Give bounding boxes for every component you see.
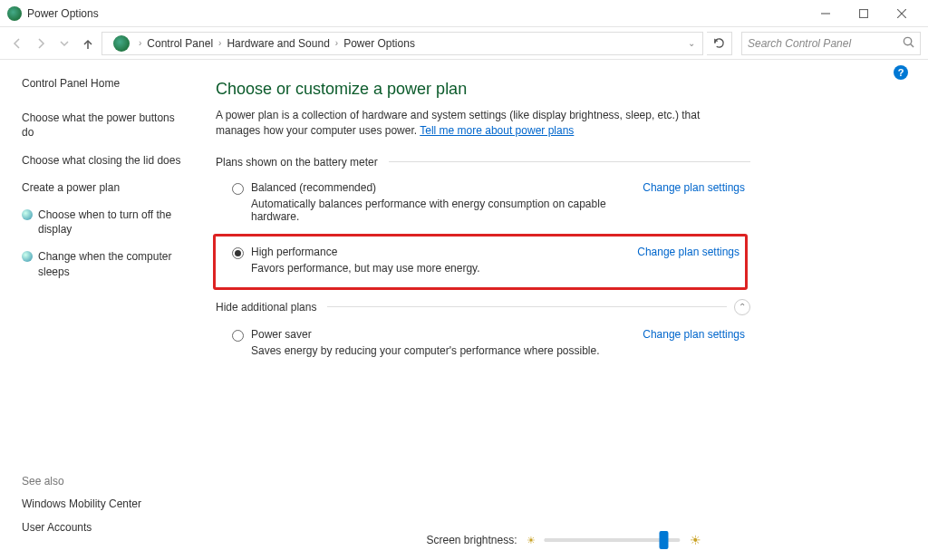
- divider: [389, 161, 750, 162]
- minimize-button[interactable]: [807, 1, 845, 26]
- plan-high-performance: High performance Favors performance, but…: [213, 234, 748, 290]
- radio-high-performance[interactable]: [232, 247, 244, 259]
- collapse-icon[interactable]: ⌃: [734, 299, 750, 315]
- seealso-link-label: User Accounts: [22, 520, 92, 535]
- section-battery-meter: Plans shown on the battery meter: [216, 156, 750, 169]
- section-additional-plans[interactable]: Hide additional plans ⌃: [216, 299, 750, 315]
- slider-thumb[interactable]: [660, 531, 669, 549]
- plan-description: Favors performance, but may use more ene…: [251, 262, 624, 275]
- section-label: Hide additional plans: [216, 301, 316, 314]
- seealso-link-label: Windows Mobility Center: [22, 497, 141, 511]
- plan-name[interactable]: Balanced (recommended): [251, 181, 630, 194]
- chevron-right-icon: ›: [218, 38, 221, 48]
- svg-rect-1: [860, 9, 868, 17]
- breadcrumb-item[interactable]: Power Options: [343, 37, 415, 50]
- sidebar-link-label: Choose when to turn off the display: [38, 208, 188, 237]
- moon-icon: [22, 251, 33, 262]
- sidebar-link-label: Create a power plan: [22, 180, 120, 195]
- radio-balanced[interactable]: [232, 183, 244, 195]
- plan-power-saver: Power saver Saves energy by reducing you…: [216, 324, 750, 364]
- page-description: A power plan is a collection of hardware…: [216, 108, 741, 140]
- brightness-control: Screen brightness: ☀ ☀: [426, 533, 701, 547]
- close-button[interactable]: [883, 1, 921, 26]
- plan-name[interactable]: High performance: [251, 246, 624, 258]
- sun-large-icon: ☀: [690, 533, 701, 547]
- chevron-right-icon: ›: [139, 38, 141, 48]
- sidebar-link-turn-off-display[interactable]: Choose when to turn off the display: [22, 208, 188, 237]
- change-plan-settings-link[interactable]: Change plan settings: [643, 181, 745, 194]
- learn-more-link[interactable]: Tell me more about power plans: [420, 124, 574, 137]
- plan-description: Saves energy by reducing your computer's…: [251, 344, 630, 357]
- search-input[interactable]: [748, 37, 903, 50]
- sidebar-link-closing-lid[interactable]: Choose what closing the lid does: [22, 153, 188, 168]
- sidebar-link-label: Choose what the power buttons do: [22, 111, 188, 140]
- sun-small-icon: ☀: [527, 535, 536, 546]
- section-label: Plans shown on the battery meter: [216, 156, 378, 169]
- up-button[interactable]: [78, 34, 98, 53]
- seealso-link-user-accounts[interactable]: User Accounts: [22, 520, 141, 535]
- refresh-button[interactable]: [707, 32, 732, 55]
- sidebar-link-computer-sleeps[interactable]: Change when the computer sleeps: [22, 249, 188, 278]
- window-title: Power Options: [27, 7, 99, 20]
- back-button[interactable]: [7, 34, 27, 53]
- power-options-icon: [7, 6, 22, 21]
- page-title: Choose or customize a power plan: [216, 80, 903, 99]
- sidebar-home-label: Control Panel Home: [22, 76, 120, 91]
- sidebar-link-create-plan[interactable]: Create a power plan: [22, 180, 188, 195]
- breadcrumb[interactable]: › Control Panel › Hardware and Sound › P…: [102, 32, 703, 55]
- address-bar: › Control Panel › Hardware and Sound › P…: [0, 27, 928, 60]
- sidebar-link-label: Choose what closing the lid does: [22, 153, 180, 168]
- breadcrumb-item[interactable]: Control Panel: [147, 37, 213, 50]
- brightness-label: Screen brightness:: [426, 534, 517, 546]
- search-box[interactable]: [741, 32, 921, 55]
- sidebar: ? Control Panel Home Choose what the pow…: [0, 60, 199, 560]
- main-panel: Choose or customize a power plan A power…: [199, 60, 928, 560]
- slider-track: [545, 538, 664, 542]
- see-also-section: See also Windows Mobility Center User Ac…: [22, 475, 141, 544]
- monitor-icon: [22, 209, 33, 220]
- change-plan-settings-link[interactable]: Change plan settings: [643, 328, 745, 341]
- radio-power-saver[interactable]: [232, 330, 244, 342]
- svg-line-6: [911, 43, 914, 46]
- seealso-link-mobility-center[interactable]: Windows Mobility Center: [22, 497, 141, 511]
- divider: [327, 306, 727, 307]
- sidebar-link-power-buttons[interactable]: Choose what the power buttons do: [22, 111, 188, 140]
- recent-dropdown[interactable]: [54, 34, 74, 53]
- titlebar: Power Options: [0, 0, 928, 27]
- plan-name[interactable]: Power saver: [251, 328, 630, 341]
- sidebar-link-label: Change when the computer sleeps: [38, 249, 188, 278]
- breadcrumb-item[interactable]: Hardware and Sound: [227, 37, 329, 50]
- plan-balanced: Balanced (recommended) Automatically bal…: [216, 178, 750, 230]
- location-icon: [113, 35, 130, 52]
- brightness-slider[interactable]: [545, 538, 681, 542]
- maximize-button[interactable]: [845, 1, 883, 26]
- change-plan-settings-link[interactable]: Change plan settings: [637, 246, 740, 258]
- svg-point-5: [904, 37, 911, 44]
- plan-description: Automatically balances performance with …: [251, 198, 630, 223]
- chevron-down-icon[interactable]: ⌄: [688, 38, 695, 48]
- see-also-heading: See also: [22, 475, 141, 488]
- search-icon: [903, 36, 914, 51]
- control-panel-home-link[interactable]: Control Panel Home: [22, 76, 188, 91]
- forward-button[interactable]: [31, 34, 51, 53]
- chevron-right-icon: ›: [335, 38, 338, 48]
